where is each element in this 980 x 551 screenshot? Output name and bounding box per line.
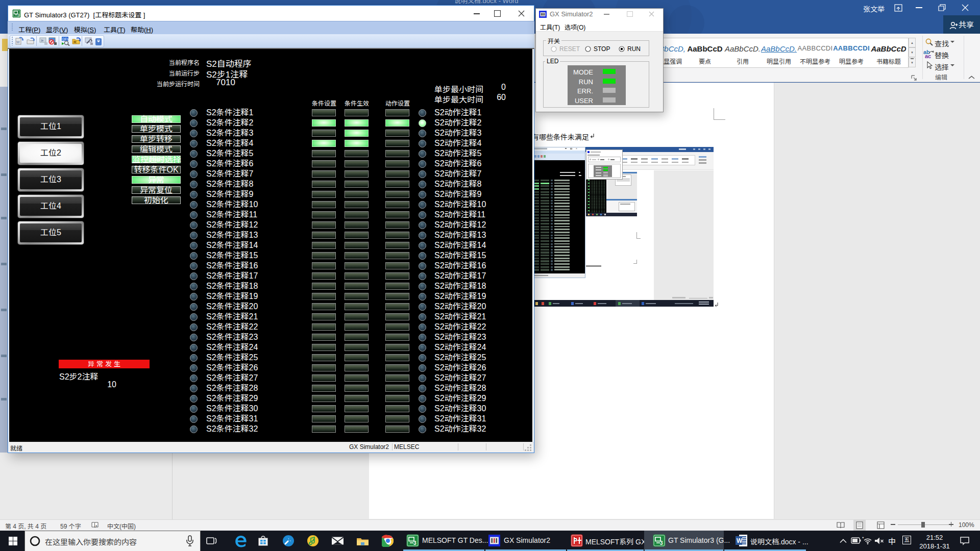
svg-text:R: R (74, 40, 77, 44)
svg-text:W: W (737, 537, 743, 544)
svg-text:x: x (95, 524, 97, 528)
svg-text:W: W (16, 40, 20, 44)
svg-text:*: * (862, 536, 864, 541)
svg-text:3: 3 (17, 13, 20, 17)
svg-text:DEV: DEV (62, 37, 69, 41)
svg-text:3: 3 (660, 540, 663, 546)
svg-text:3: 3 (413, 540, 416, 546)
